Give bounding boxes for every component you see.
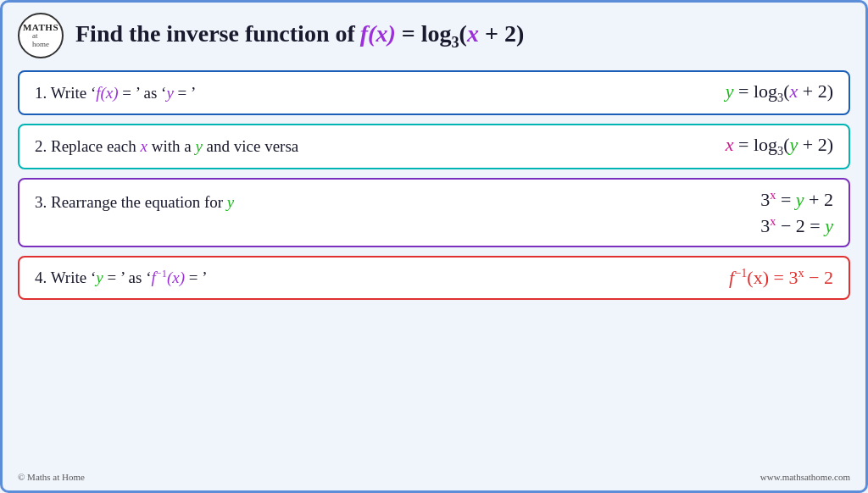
- step-3-line1: 3x = y + 2: [760, 188, 833, 211]
- footer-left: © Maths at Home: [18, 472, 85, 482]
- steps-container: 1. Write ‘f(x) = ’ as ‘y = ’ y = log3(x …: [18, 70, 850, 465]
- logo-maths: MATHS: [23, 22, 58, 32]
- step-4-box: 4. Write ‘y = ’ as ‘f−1(x) = ’ f−1(x) = …: [18, 256, 850, 299]
- title-text: Find the inverse function of: [75, 20, 355, 47]
- step-3-line2: 3x − 2 = y: [760, 214, 833, 237]
- step-4-left: 4. Write ‘y = ’ as ‘f−1(x) = ’: [35, 268, 208, 287]
- page-title: Find the inverse function of f(x) = log3…: [75, 20, 524, 52]
- step-1-box: 1. Write ‘f(x) = ’ as ‘y = ’ y = log3(x …: [18, 70, 850, 115]
- step-2-right: x = log3(y + 2): [726, 134, 833, 158]
- step-1-left: 1. Write ‘f(x) = ’ as ‘y = ’: [35, 84, 196, 102]
- footer-right: www.mathsathome.com: [760, 472, 850, 482]
- title-math: f(x) = log3(x + 2): [360, 20, 524, 52]
- header: MATHS athome Find the inverse function o…: [18, 13, 850, 58]
- footer: © Maths at Home www.mathsathome.com: [18, 472, 850, 482]
- step-4-right: f−1(x) = 3x − 2: [729, 266, 833, 289]
- logo: MATHS athome: [18, 13, 64, 58]
- logo-home: athome: [32, 32, 49, 49]
- step-3-left: 3. Rearrange the equation for y: [35, 188, 234, 212]
- step-1-right: y = log3(x + 2): [726, 80, 833, 105]
- step-2-left: 2. Replace each x with a y and vice vers…: [35, 137, 298, 156]
- step-3-right: 3x = y + 2 3x − 2 = y: [760, 188, 833, 238]
- step-3-box: 3. Rearrange the equation for y 3x = y +…: [18, 178, 850, 248]
- step-2-box: 2. Replace each x with a y and vice vers…: [18, 124, 850, 169]
